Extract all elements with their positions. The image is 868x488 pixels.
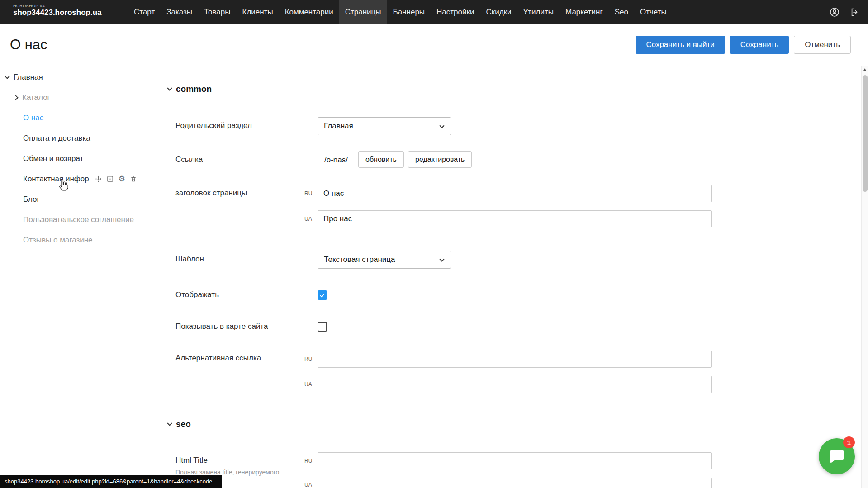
menu-item-clients[interactable]: Клиенты	[237, 0, 279, 24]
scrollbar-thumb[interactable]	[863, 75, 868, 192]
topbar-icons	[829, 0, 860, 24]
menu-item-settings[interactable]: Настройки	[431, 0, 480, 24]
sidebar-item-catalog[interactable]: Каталог	[0, 87, 159, 108]
chevron-down-icon	[167, 85, 172, 90]
chevron-right-icon	[13, 95, 18, 100]
chat-unread-badge: 1	[843, 436, 855, 448]
brand-version: HOROSHOP V4	[13, 4, 102, 8]
menu-item-banners[interactable]: Баннеры	[387, 0, 431, 24]
menu-item-utilities[interactable]: Утилиты	[517, 0, 560, 24]
gear-icon[interactable]: ⚙	[119, 175, 125, 182]
parent-section-label: Родительский раздел	[175, 121, 252, 130]
alt-link-label: Альтернативная ссылка	[175, 354, 261, 363]
move-icon[interactable]	[95, 175, 102, 182]
lang-badge-ua: UA	[304, 216, 315, 222]
page-tree-sidebar: Главная Каталог О нас Оплата и доставка …	[0, 66, 159, 488]
save-exit-button[interactable]: Сохранить и выйти	[636, 36, 725, 54]
parent-section-select[interactable]: Главная	[318, 117, 451, 135]
add-page-icon[interactable]	[107, 175, 114, 182]
template-label: Шаблон	[175, 255, 204, 264]
check-icon	[320, 292, 325, 297]
menu-item-products[interactable]: Товары	[198, 0, 236, 24]
sidebar-item-label: Контактная инфор	[23, 175, 89, 184]
lang-badge-ru: RU	[304, 458, 315, 464]
menu-item-orders[interactable]: Заказы	[161, 0, 198, 24]
parent-section-value: Главная	[324, 122, 353, 131]
topbar: HOROSHOP V4 shop34423.horoshop.ua Старт …	[0, 0, 868, 24]
main-menu: Старт Заказы Товары Клиенты Комментарии …	[128, 0, 673, 24]
page-title: О нас	[10, 37, 47, 53]
scroll-up-arrow-icon[interactable]	[863, 68, 867, 71]
lang-badge-ua: UA	[304, 382, 315, 387]
chevron-down-icon	[5, 74, 9, 79]
display-checkbox[interactable]	[318, 290, 327, 300]
brand[interactable]: HOROSHOP V4 shop34423.horoshop.ua	[13, 4, 102, 17]
sidebar-item-label: О нас	[23, 114, 43, 123]
alt-link-ua-input[interactable]	[318, 376, 712, 393]
logout-icon[interactable]	[850, 7, 860, 17]
chevron-down-icon	[439, 123, 444, 128]
brand-domain: shop34423.horoshop.ua	[13, 8, 102, 17]
link-refresh-button[interactable]: обновить	[358, 151, 404, 168]
sidebar-item-label: Пользовательское соглашение	[23, 215, 134, 224]
menu-item-comments[interactable]: Комментарии	[279, 0, 339, 24]
sidebar-item-about[interactable]: О нас	[0, 108, 159, 128]
html-title-ua-input[interactable]	[318, 478, 712, 488]
save-button[interactable]: Сохранить	[730, 36, 789, 54]
status-url-tooltip: shop34423.horoshop.ua/edit/edit.php?id=6…	[0, 475, 222, 488]
menu-item-seo[interactable]: Seo	[609, 0, 634, 24]
sidebar-item-label: Блог	[23, 195, 40, 204]
template-select[interactable]: Текстовая страница	[318, 251, 451, 269]
section-common-label: common	[176, 84, 212, 94]
chevron-down-icon	[439, 256, 444, 261]
user-icon[interactable]	[829, 7, 840, 18]
cursor-pointer-icon	[58, 179, 70, 194]
sitemap-checkbox[interactable]	[318, 322, 327, 332]
page-heading-ua-input[interactable]	[318, 210, 712, 227]
lang-badge-ru: RU	[304, 191, 315, 196]
sidebar-item-label: Оплата и доставка	[23, 134, 90, 143]
status-url-text: shop34423.horoshop.ua/edit/edit.php?id=6…	[5, 478, 217, 485]
menu-item-start[interactable]: Старт	[128, 0, 161, 24]
link-label: Ссылка	[175, 155, 203, 164]
sidebar-item-blog[interactable]: Блог	[0, 189, 159, 209]
sidebar-item-label: Обмен и возврат	[23, 154, 83, 163]
lang-badge-ru: RU	[304, 356, 315, 362]
section-common-header[interactable]: common	[168, 84, 212, 94]
section-seo-header[interactable]: seo	[168, 419, 191, 429]
link-edit-button[interactable]: редактировать	[408, 151, 472, 168]
sidebar-item-contacts[interactable]: Контактная инфор ⚙	[0, 169, 159, 189]
display-label: Отображать	[175, 290, 219, 299]
sidebar-item-label: Главная	[14, 73, 43, 82]
header-buttons: Сохранить и выйти Сохранить Отменить	[636, 36, 851, 54]
scrollbar[interactable]	[861, 66, 868, 488]
menu-item-marketing[interactable]: Маркетинг	[560, 0, 609, 24]
page-heading-ru-input[interactable]	[318, 185, 712, 202]
chat-launcher-button[interactable]: 1	[819, 438, 855, 474]
tree-row-actions: ⚙	[95, 175, 137, 182]
sitemap-label: Показывать в карте сайта	[175, 322, 268, 331]
lang-badge-ua: UA	[304, 482, 315, 488]
sidebar-item-label: Каталог	[22, 93, 50, 102]
chat-bubble-icon	[828, 448, 845, 465]
alt-link-ru-input[interactable]	[318, 351, 712, 368]
html-title-hint: Полная замена title, генерируемого	[175, 469, 279, 476]
sidebar-item-home[interactable]: Главная	[0, 67, 159, 87]
trash-icon[interactable]	[130, 175, 137, 182]
template-value: Текстовая страница	[324, 255, 395, 264]
page-header: О нас Сохранить и выйти Сохранить Отмени…	[0, 24, 868, 66]
sidebar-item-terms[interactable]: Пользовательское соглашение	[0, 209, 159, 230]
menu-item-discounts[interactable]: Скидки	[480, 0, 517, 24]
page-heading-label: заголовок страницы	[175, 189, 247, 198]
sidebar-item-store-reviews[interactable]: Отзывы о магазине	[0, 230, 159, 250]
menu-item-reports[interactable]: Отчеты	[634, 0, 673, 24]
sidebar-item-label: Отзывы о магазине	[23, 236, 93, 245]
html-title-ru-input[interactable]	[318, 452, 712, 469]
cancel-button[interactable]: Отменить	[794, 36, 851, 54]
sidebar-item-payment-delivery[interactable]: Оплата и доставка	[0, 128, 159, 148]
link-path: /o-nas/	[324, 156, 348, 165]
html-title-label: Html Title	[175, 456, 208, 465]
menu-item-pages[interactable]: Страницы	[339, 0, 387, 24]
sidebar-item-exchange-return[interactable]: Обмен и возврат	[0, 148, 159, 169]
page-edit-form: common Родительский раздел Главная Ссылк…	[160, 66, 861, 488]
